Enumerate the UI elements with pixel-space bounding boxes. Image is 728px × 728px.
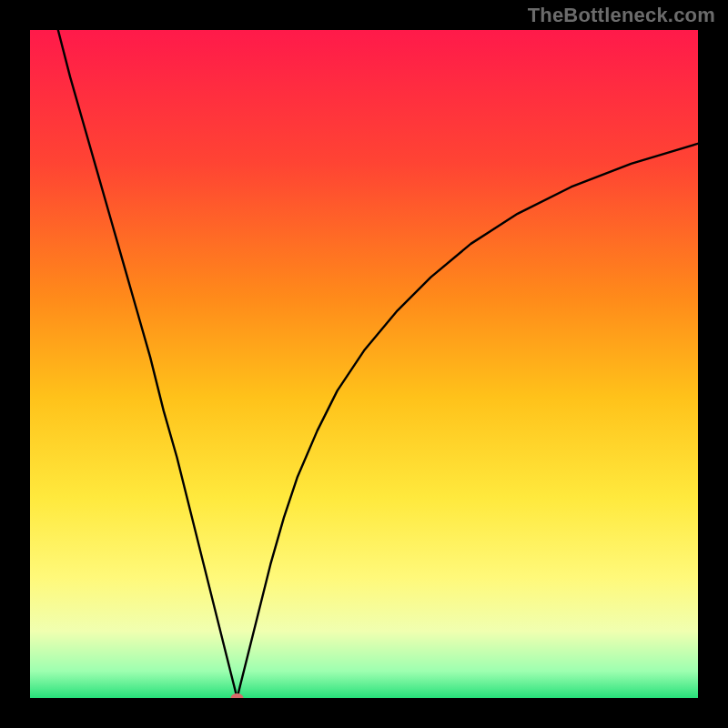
minimum-marker: [231, 693, 244, 703]
chart-frame: TheBottleneck.com: [0, 0, 728, 728]
watermark-text: TheBottleneck.com: [528, 4, 715, 27]
bottleneck-chart: [0, 0, 728, 728]
gradient-background: [30, 30, 698, 698]
